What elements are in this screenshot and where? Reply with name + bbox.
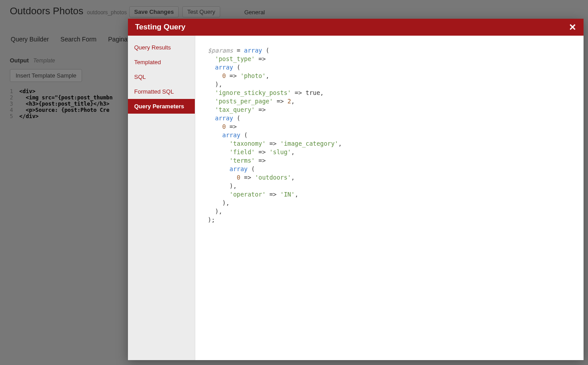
testing-query-modal: Testing Query ✕ Query Results Templated …	[128, 19, 584, 360]
sidebar-item-query-results[interactable]: Query Results	[128, 40, 195, 55]
modal-title: Testing Query	[135, 23, 185, 32]
sidebar-item-templated[interactable]: Templated	[128, 55, 195, 70]
modal-sidebar: Query Results Templated SQL Formatted SQ…	[128, 36, 195, 360]
sidebar-item-formatted-sql[interactable]: Formatted SQL	[128, 84, 195, 99]
close-icon[interactable]: ✕	[569, 23, 576, 32]
sidebar-item-query-parameters[interactable]: Query Perameters	[128, 99, 195, 114]
modal-header: Testing Query ✕	[128, 19, 584, 36]
modal-main: $params = array ( 'post_type' => array (…	[195, 36, 584, 360]
php-code-block: $params = array ( 'post_type' => array (…	[208, 46, 571, 224]
sidebar-item-sql[interactable]: SQL	[128, 70, 195, 84]
